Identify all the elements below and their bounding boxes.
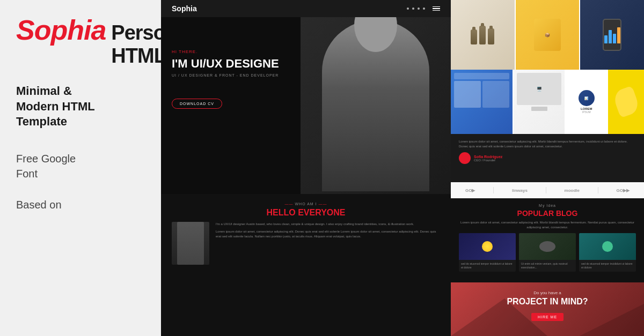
screenshot-bottles <box>451 0 515 70</box>
phone-mockup <box>603 19 621 51</box>
testimonial-section: Lorem ipsum dolor sit amet, consectetur … <box>451 134 644 182</box>
hero-woman-image <box>301 17 451 194</box>
brand-name-red: Sophia <box>16 16 106 44</box>
screenshot-monitor: 🖥️ <box>514 70 565 134</box>
about-who-label: Who am I <box>172 202 440 206</box>
blog-post-3-text: sed do eiusmod tempor incididunt ut labo… <box>581 262 634 270</box>
feature-google-font: Free GoogleFont <box>16 151 145 181</box>
partners-bar: GO▶ linways moodle GO▶▶ <box>451 182 644 198</box>
bar-2 <box>609 30 612 43</box>
logo-area: Sophia Personal HTML <box>16 16 145 68</box>
testimonial-author: Sofia Rodriguez CEO / Founder <box>459 152 636 164</box>
right-panel: Sophia HI THERE. I'M UI/UX DESIGNE <box>161 0 644 336</box>
bottle-3 <box>488 28 494 44</box>
screens-strip: 🖥️ 📊 LOREM IPSUM <box>451 70 644 134</box>
mockup-nav-icons <box>407 6 440 11</box>
nav-dot-3 <box>418 8 420 10</box>
partner-go2: GO▶▶ <box>617 188 630 193</box>
partner-go: GO▶ <box>465 188 475 193</box>
cta-title: PROJECT IN MIND? <box>459 297 636 307</box>
main-mockup: Sophia HI THERE. I'M UI/UX DESIGNE <box>161 0 451 336</box>
tagline: Minimal & Modern HTML Template <box>16 84 145 130</box>
bottles-group <box>471 26 494 44</box>
mockup-about-section: Who am I HELLO EVERYONE I'm a UX/UI desi… <box>161 194 451 273</box>
hero-hi-there: HI THERE. <box>172 49 279 54</box>
mockup-hero: HI THERE. I'M UI/UX DESIGNE UI / UX DESI… <box>161 17 451 194</box>
mockup-header: Sophia <box>161 0 451 17</box>
screenshot-product: 📦 <box>516 0 580 70</box>
nav-dot-2 <box>412 8 414 10</box>
blog-post-2-image <box>519 233 576 260</box>
partner-moodle: moodle <box>565 188 580 193</box>
author-role: CEO / Founder <box>474 159 502 162</box>
partner-divider-2 <box>546 187 546 193</box>
woman-silhouette <box>322 20 429 191</box>
blog-post-1-text: sed do eiusmod tempor incididunt ut labo… <box>461 262 514 270</box>
right-screenshots-column: 📦 <box>451 0 644 336</box>
about-text-block: I'm a UX/UI designer Austin based, who l… <box>216 222 440 265</box>
left-panel: Sophia Personal HTML Minimal & Modern HT… <box>0 0 161 336</box>
screenshot-desktop <box>451 70 513 134</box>
bottle-2 <box>479 26 486 44</box>
bulb-icon <box>482 241 493 252</box>
partner-divider-1 <box>493 187 494 193</box>
about-paragraph-2: Lorem ipsum dolor sit amet, consectetur … <box>216 229 440 239</box>
screenshot-phone <box>580 0 644 70</box>
hamburger-line-1 <box>433 6 440 8</box>
author-avatar <box>459 152 471 164</box>
blog-my-idea-label: My Idea <box>459 204 636 207</box>
blog-section: My Idea POPULAR BLOG Lorem ipsum dolor s… <box>451 198 644 282</box>
lorem-logo-circle: 📊 <box>579 90 595 106</box>
blog-post-2-content: Ut enim ad minim veniam, quis nostrud ex… <box>519 260 576 272</box>
about-title: HELLO EVERYONE <box>172 208 440 218</box>
blog-post-1-image <box>459 233 516 260</box>
blog-post-3-image <box>579 233 636 260</box>
about-content: I'm a UX/UI designer Austin based, who l… <box>172 222 440 265</box>
nav-dot-4 <box>423 8 425 10</box>
hero-subtitle: UI / UX DESIGNER & FRONT - END DEVELOPER <box>172 73 279 77</box>
feature-based-on: Based on <box>16 197 145 212</box>
product-box: 📦 <box>534 19 561 51</box>
blog-posts: sed do eiusmod tempor incididunt ut labo… <box>459 233 636 272</box>
hamburger-line-3 <box>433 10 440 11</box>
portrait-figure <box>177 222 204 265</box>
hire-me-button[interactable]: HIRE ME <box>531 313 564 321</box>
mockup-logo: Sophia <box>172 4 197 13</box>
phone-bar-chart <box>602 24 623 46</box>
bar-4 <box>617 27 620 43</box>
bar-1 <box>604 35 608 43</box>
about-portrait <box>172 222 209 265</box>
bottle-1 <box>471 29 477 44</box>
author-name: Sofia Rodriguez <box>474 155 502 159</box>
blog-post-1: sed do eiusmod tempor incididunt ut labo… <box>459 233 516 272</box>
blog-post-3-content: sed do eiusmod tempor incididunt ut labo… <box>579 260 636 272</box>
hamburger-line-2 <box>433 8 440 9</box>
lemon-shape <box>611 86 641 118</box>
partner-divider-3 <box>598 187 598 193</box>
testimonial-text: Lorem ipsum dolor sit amet, consectetur … <box>459 139 636 149</box>
download-cv-button[interactable]: DOWNLOAD CV <box>172 99 222 109</box>
blog-post-2: Ut enim ad minim veniam, quis nostrud ex… <box>519 233 576 272</box>
partner-linways: linways <box>512 188 528 193</box>
author-info: Sofia Rodriguez CEO / Founder <box>474 155 502 162</box>
screenshots-grid: 📦 <box>451 0 644 70</box>
hamburger-icon[interactable] <box>433 6 440 11</box>
cta-section: Do you have a PROJECT IN MIND? HIRE ME <box>451 282 644 336</box>
bar-3 <box>613 34 616 43</box>
blog-title: POPULAR BLOG <box>459 209 636 218</box>
about-paragraph-1: I'm a UX/UI designer Austin based, who l… <box>216 222 440 227</box>
screenshot-lemon <box>608 70 644 134</box>
blog-post-2-text: Ut enim ad minim veniam, quis nostrud ex… <box>521 262 574 270</box>
hero-title: I'M UI/UX DESIGNE <box>172 57 279 70</box>
cta-content: Do you have a PROJECT IN MIND? HIRE ME <box>451 282 644 329</box>
cta-question: Do you have a <box>459 290 636 295</box>
blog-post-1-content: sed do eiusmod tempor incididunt ut labo… <box>459 260 516 272</box>
blog-post-3: sed do eiusmod tempor incididunt ut labo… <box>579 233 636 272</box>
blog-intro: Lorem ipsum dolor sit amet, consectetur … <box>459 220 636 230</box>
hero-text: HI THERE. I'M UI/UX DESIGNE UI / UX DESI… <box>172 49 279 109</box>
tropical-icon <box>602 241 613 252</box>
screenshot-lorem-logo: 📊 LOREM IPSUM <box>566 70 607 134</box>
people-icon <box>539 241 555 252</box>
nav-dot-1 <box>407 8 409 10</box>
